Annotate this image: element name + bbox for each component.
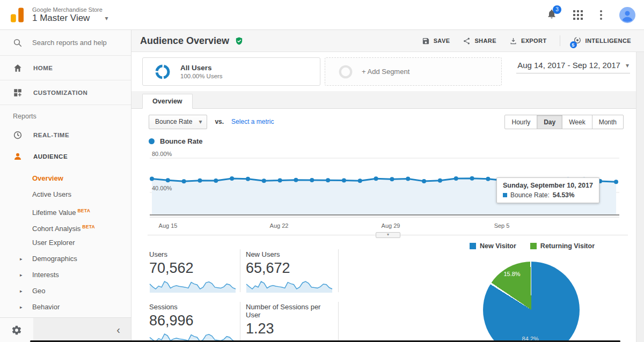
sidebar-item-geo[interactable]: ▸ Geo xyxy=(0,283,131,299)
slider-handle[interactable]: ▾ xyxy=(376,232,400,238)
x-axis-tick: Aug 29 xyxy=(382,222,400,229)
sidebar-item-label: REAL-TIME xyxy=(33,132,69,138)
pie-legend-returning-visitor: Returning Visitor xyxy=(530,242,595,250)
sidebar-item-overview[interactable]: Overview xyxy=(0,170,131,187)
sidebar-item-home[interactable]: HOME xyxy=(0,56,131,80)
metric-selector-value: Bounce Rate xyxy=(155,118,192,125)
scorecard-sessions-per-user[interactable]: Number of Sessions per User 1.23 xyxy=(246,303,336,342)
chevron-right-icon[interactable]: ▸ xyxy=(20,251,23,267)
subnav-label: Demographics xyxy=(32,255,77,263)
x-axis-tick: Sep 5 xyxy=(494,222,510,229)
scorecard-new-users[interactable]: New Users 65,672 xyxy=(246,250,336,295)
timeseries-chart[interactable]: 80.00% 40.00% Sunday, September 10, 2017… xyxy=(150,150,619,220)
subnav-label: Overview xyxy=(32,174,63,182)
add-segment-button[interactable]: + Add Segment xyxy=(325,57,502,86)
add-segment-label: + Add Segment xyxy=(362,68,409,76)
sidebar-item-demographics[interactable]: ▸ Demographics xyxy=(0,251,131,267)
scorecard-users[interactable]: Users 70,562 xyxy=(149,250,239,295)
intelligence-label: INTELLIGENCE xyxy=(586,38,631,44)
sidebar-item-label: CUSTOMIZATION xyxy=(33,90,87,96)
segment-all-users[interactable]: All Users 100.00% Users xyxy=(142,57,320,86)
sidebar-item-cohort-analysis[interactable]: Cohort AnalysisBETA xyxy=(0,219,131,235)
sidebar-item-audience[interactable]: AUDIENCE xyxy=(0,146,131,167)
x-axis: Aug 15 Aug 22 Aug 29 Sep 5 xyxy=(150,222,619,231)
divider xyxy=(240,249,240,292)
search-input[interactable] xyxy=(32,39,121,47)
collapse-sidebar-button[interactable]: ‹ xyxy=(116,324,120,336)
granularity-month-button[interactable]: Month xyxy=(592,115,624,129)
chart-tooltip: Sunday, September 10, 2017 Bounce Rate: … xyxy=(496,177,599,203)
pie-legend: New Visitor Returning Visitor xyxy=(470,242,595,250)
chevron-right-icon[interactable]: ▸ xyxy=(20,267,23,283)
y-axis-tick: 40.00% xyxy=(152,185,172,191)
top-bar: Google Merchandise Store 1 Master View ▾… xyxy=(0,0,644,30)
intelligence-count-badge: 5 xyxy=(570,41,577,48)
share-button[interactable]: SHARE xyxy=(463,37,496,45)
export-button[interactable]: EXPORT xyxy=(509,37,547,45)
share-icon xyxy=(463,37,471,45)
date-slider: ▾ xyxy=(131,231,644,240)
visitor-type-pie-chart[interactable]: 15.8% 84.2% xyxy=(483,262,580,342)
metric-label: Number of Sessions per User xyxy=(246,303,336,319)
main-panel: Audience Overview SAVE xyxy=(131,30,644,342)
chevron-right-icon[interactable]: ▸ xyxy=(20,283,23,299)
sidebar-item-customization[interactable]: CUSTOMIZATION xyxy=(0,80,131,105)
chevron-down-icon[interactable]: ▾ xyxy=(105,14,108,22)
beta-badge: BETA xyxy=(77,208,90,213)
sidebar-search[interactable] xyxy=(0,30,131,56)
legend-square-icon xyxy=(470,243,476,249)
sparkline-chart xyxy=(149,279,236,293)
sidebar-item-interests[interactable]: ▸ Interests xyxy=(0,267,131,283)
more-options-kebab-icon[interactable] xyxy=(599,9,603,21)
x-axis-tick: Aug 22 xyxy=(270,222,289,229)
metric-value: 86,996 xyxy=(149,313,239,329)
report-header: Audience Overview SAVE xyxy=(131,30,644,52)
intelligence-button[interactable]: 5 INTELLIGENCE xyxy=(573,36,631,46)
select-metric-link[interactable]: Select a metric xyxy=(231,118,274,125)
analytics-app: Google Merchandise Store 1 Master View ▾… xyxy=(0,0,644,342)
google-apps-grid-icon[interactable] xyxy=(573,10,583,20)
subnav-label: Active Users xyxy=(32,190,71,198)
view-name: 1 Master View xyxy=(32,13,90,24)
reports-heading: Reports xyxy=(0,105,131,124)
granularity-week-button[interactable]: Week xyxy=(562,115,592,129)
chevron-right-icon[interactable]: ▸ xyxy=(20,299,23,315)
metric-selector-dropdown[interactable]: Bounce Rate ▾ xyxy=(149,115,207,129)
date-range-value: Aug 14, 2017 - Sep 12, 2017 xyxy=(517,61,620,70)
sidebar-item-active-users[interactable]: Active Users xyxy=(0,187,131,203)
sidebar-item-behavior[interactable]: ▸ Behavior xyxy=(0,299,131,315)
divider xyxy=(560,35,560,46)
subnav-label: Geo xyxy=(32,287,46,295)
scrollbar-track[interactable] xyxy=(636,52,644,342)
sidebar-item-lifetime-value[interactable]: Lifetime ValueBETA xyxy=(0,203,131,219)
divider xyxy=(240,302,240,342)
clock-icon xyxy=(13,130,23,140)
scorecard-sessions[interactable]: Sessions 86,996 xyxy=(149,303,239,342)
notification-count-badge: 3 xyxy=(553,5,561,14)
pie-legend-label: New Visitor xyxy=(480,242,516,250)
tooltip-series-swatch xyxy=(503,193,507,197)
tab-overview[interactable]: Overview xyxy=(142,94,193,109)
vs-label: vs. xyxy=(215,118,224,125)
tab-label: Overview xyxy=(152,98,182,105)
sidebar-item-realtime[interactable]: REAL-TIME xyxy=(0,124,131,146)
segment-subtitle: 100.00% Users xyxy=(180,73,223,79)
subnav-label: Lifetime Value xyxy=(32,209,76,217)
home-icon xyxy=(13,63,23,73)
metric-label: New Users xyxy=(246,250,336,258)
subnav-label: Cohort Analysis xyxy=(32,225,80,233)
sidebar-item-user-explorer[interactable]: User Explorer xyxy=(0,235,131,251)
metric-label: Users xyxy=(149,250,239,258)
notifications-button[interactable]: 3 xyxy=(546,9,557,21)
date-range-picker[interactable]: Aug 14, 2017 - Sep 12, 2017 ▾ xyxy=(516,60,630,73)
account-switcher[interactable]: Google Merchandise Store 1 Master View ▾ xyxy=(32,6,108,24)
beta-badge: BETA xyxy=(82,224,95,229)
user-avatar[interactable] xyxy=(619,7,635,23)
granularity-day-button[interactable]: Day xyxy=(537,115,562,129)
chevron-down-icon: ▾ xyxy=(199,118,202,125)
save-button[interactable]: SAVE xyxy=(422,37,450,45)
admin-settings-button[interactable] xyxy=(0,318,33,342)
chart-controls: Bounce Rate ▾ vs. Select a metric Hourly… xyxy=(131,109,644,135)
granularity-hourly-button[interactable]: Hourly xyxy=(504,115,537,129)
save-label: SAVE xyxy=(434,38,450,44)
